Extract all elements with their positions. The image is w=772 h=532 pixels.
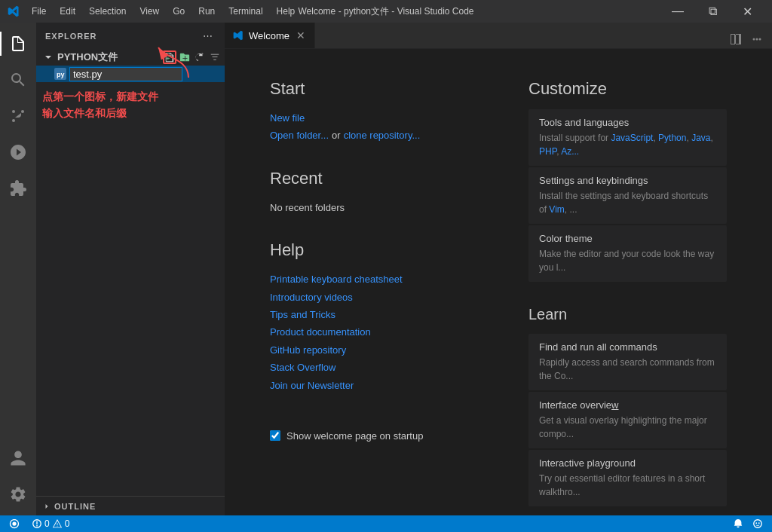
stackoverflow-link[interactable]: Stack Overflow: [270, 359, 468, 376]
interface-overview-desc: Get a visual overlay highlighting the ma…: [539, 414, 716, 441]
errors-count: 0: [44, 518, 50, 529]
open-folder-link[interactable]: Open folder...: [270, 127, 329, 144]
menu-go[interactable]: Go: [167, 5, 191, 18]
settings-keybindings-title: Settings and keybindings: [539, 175, 716, 186]
tab-welcome-label: Welcome: [249, 30, 290, 41]
interactive-playground-card[interactable]: Interactive playground Try out essential…: [528, 450, 727, 506]
color-theme-card[interactable]: Color theme Make the editor and your cod…: [528, 225, 727, 282]
tab-close-button[interactable]: ✕: [295, 29, 307, 41]
interface-overview-title: Interface overview: [539, 399, 716, 411]
python-file-icon: py: [54, 68, 66, 80]
find-commands-card[interactable]: Find and run all commands Rapidly access…: [528, 334, 727, 390]
interface-overview-card[interactable]: Interface overview Get a visual overlay …: [528, 392, 727, 448]
settings-keybindings-desc: Install the settings and keyboard shortc…: [539, 189, 716, 216]
more-actions-button[interactable]: [748, 30, 766, 48]
welcome-left: Start New file Open folder... or clone r…: [270, 79, 468, 485]
annotation-area: 点第一个图标，新建文件 输入文件名和后缀: [36, 85, 225, 125]
errors-indicator[interactable]: 0 0: [29, 518, 72, 529]
svg-point-0: [12, 119, 15, 122]
extensions-icon: [9, 179, 27, 197]
or-text: or: [332, 127, 341, 144]
explorer-content: PYTHON文件: [36, 49, 225, 125]
new-file-link[interactable]: New file: [270, 109, 468, 127]
files-icon: [9, 35, 27, 53]
warning-icon: [52, 518, 63, 529]
tab-welcome[interactable]: Welcome ✕: [225, 23, 315, 48]
svg-point-13: [755, 522, 757, 524]
menu-help[interactable]: Help: [271, 5, 302, 18]
learn-title: Learn: [528, 306, 727, 323]
close-button[interactable]: ✕: [730, 0, 764, 23]
az-link[interactable]: Az...: [561, 146, 579, 157]
window-controls: — ⧉ ✕: [660, 0, 764, 23]
svg-point-12: [754, 520, 762, 528]
warnings-count: 0: [65, 518, 70, 529]
activity-account[interactable]: [0, 440, 36, 476]
remote-icon: [9, 518, 20, 529]
menu-terminal[interactable]: Terminal: [222, 5, 268, 18]
svg-point-11: [36, 525, 38, 527]
activity-bar-bottom: [0, 440, 36, 515]
javascript-link[interactable]: JavaScript: [611, 133, 653, 143]
outline-panel[interactable]: OUTLINE: [36, 496, 225, 515]
split-editor-icon: [730, 33, 742, 45]
keyboard-cheatsheet-link[interactable]: Printable keyboard cheatsheet: [270, 271, 468, 288]
remote-button[interactable]: [6, 518, 23, 529]
tools-languages-title: Tools and languages: [539, 117, 716, 128]
customize-section: Customize Tools and languages Install su…: [528, 79, 727, 282]
show-welcome-row: Show welcome page on startup: [270, 418, 468, 448]
feedback-button[interactable]: [749, 518, 766, 529]
interactive-playground-title: Interactive playground: [539, 457, 716, 469]
svg-text:py: py: [57, 71, 65, 78]
vim-link[interactable]: Vim: [549, 204, 564, 215]
split-editor-button[interactable]: [727, 30, 745, 48]
tools-languages-card[interactable]: Tools and languages Install support for …: [528, 109, 727, 166]
introductory-videos-link[interactable]: Introductory videos: [270, 289, 468, 306]
github-repo-link[interactable]: GitHub repository: [270, 341, 468, 359]
python-link[interactable]: Python: [658, 133, 686, 143]
newsletter-link[interactable]: Join our Newsletter: [270, 377, 468, 394]
color-theme-desc: Make the editor and your code look the w…: [539, 247, 716, 274]
show-welcome-checkbox[interactable]: [270, 430, 280, 441]
sidebar-more-button[interactable]: ⋯: [199, 28, 216, 44]
activity-run-debug[interactable]: [0, 134, 36, 170]
svg-point-2: [12, 110, 15, 113]
refresh-icon: [195, 52, 205, 63]
menu-run[interactable]: Run: [192, 5, 221, 18]
bell-icon: [733, 518, 743, 529]
php-link[interactable]: PHP: [539, 146, 556, 157]
menu-edit[interactable]: Edit: [54, 5, 81, 18]
product-docs-link[interactable]: Product documentation: [270, 323, 468, 341]
folder-python[interactable]: PYTHON文件: [36, 49, 225, 66]
activity-settings[interactable]: [0, 476, 36, 512]
main-layout: Explorer ⋯ PYTHON文件: [0, 23, 772, 515]
git-icon: [9, 107, 27, 125]
menu-file[interactable]: File: [26, 5, 52, 18]
start-title: Start: [270, 79, 468, 99]
tools-languages-desc: Install support for JavaScript, Python, …: [539, 131, 716, 158]
debug-icon: [9, 143, 27, 161]
smiley-icon: [752, 518, 763, 529]
java-link[interactable]: Java: [691, 133, 710, 143]
settings-keybindings-card[interactable]: Settings and keybindings Install the set…: [528, 167, 727, 224]
collapse-all-button[interactable]: [208, 50, 222, 64]
activity-explorer[interactable]: [0, 26, 36, 62]
editor-area: Welcome ✕ Start New file: [225, 23, 772, 515]
menu-view[interactable]: View: [133, 5, 165, 18]
chevron-right-icon: [42, 502, 51, 511]
tab-bar: Welcome ✕: [225, 23, 772, 49]
outline-label: OUTLINE: [54, 502, 96, 511]
clone-repo-link[interactable]: clone repository...: [344, 127, 421, 144]
folder-name: PYTHON文件: [57, 50, 118, 64]
activity-extensions[interactable]: [0, 170, 36, 206]
maximize-button[interactable]: ⧉: [695, 0, 730, 23]
menu-selection[interactable]: Selection: [83, 5, 132, 18]
activity-search[interactable]: [0, 62, 36, 98]
interactive-playground-desc: Try out essential editor features in a s…: [539, 472, 716, 499]
activity-source-control[interactable]: [0, 98, 36, 134]
tips-tricks-link[interactable]: Tips and Tricks: [270, 306, 468, 323]
customize-title: Customize: [528, 79, 727, 99]
minimize-button[interactable]: —: [660, 0, 695, 23]
help-title: Help: [270, 240, 468, 260]
notification-button[interactable]: [730, 518, 746, 529]
